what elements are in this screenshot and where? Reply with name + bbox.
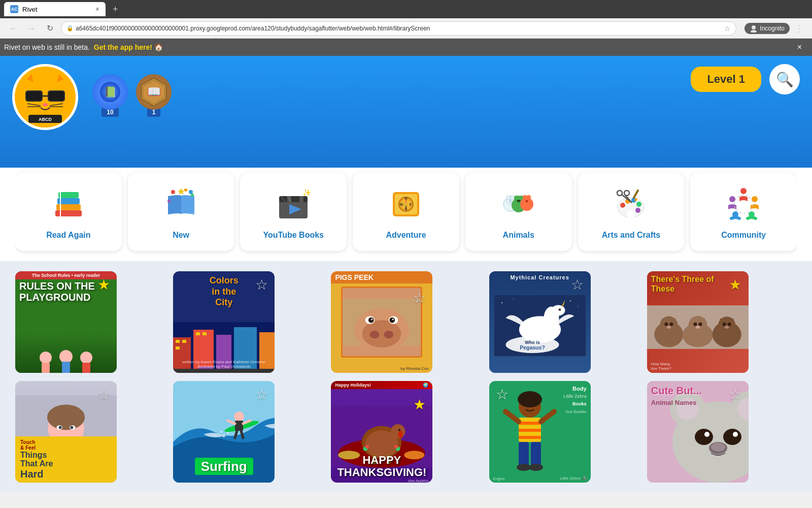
- category-card-community[interactable]: Community: [690, 173, 797, 251]
- book-card-thanksgiving[interactable]: Happy Holidays! 🌍: [331, 381, 432, 483]
- svg-point-224: [704, 432, 709, 437]
- header-top: ABCD 📗 10: [12, 64, 800, 130]
- get-app-link[interactable]: Get the app here! 🏠: [94, 43, 163, 51]
- svg-point-98: [59, 350, 73, 363]
- svg-point-206: [532, 404, 535, 407]
- book-card-three[interactable]: There's Three of These How ManyAre There…: [647, 271, 749, 373]
- svg-point-36: [189, 190, 193, 194]
- book-card-surfing[interactable]: Surfing ☆: [173, 381, 275, 483]
- body-illustration: [499, 391, 560, 472]
- category-card-new[interactable]: New: [128, 173, 234, 251]
- category-label-youtube-books: YouTube Books: [263, 231, 324, 240]
- book-card-colors-city[interactable]: Colorsin theCity: [173, 271, 275, 373]
- svg-point-140: [558, 308, 561, 311]
- star-badge-colors[interactable]: ☆: [252, 275, 270, 294]
- svg-point-33: [184, 188, 187, 192]
- tab-close-icon[interactable]: ×: [95, 5, 99, 13]
- svg-point-129: [390, 318, 395, 323]
- address-bar[interactable]: 🔒 a6465dc401f90000000000000000000001.pro…: [61, 21, 736, 36]
- svg-point-185: [227, 432, 229, 434]
- star-badge-thanksgiving[interactable]: ★: [410, 395, 428, 414]
- book-card-pegasus[interactable]: Mythical Creatures: [489, 271, 591, 373]
- svg-point-158: [696, 326, 700, 329]
- svg-text:✨: ✨: [302, 188, 312, 197]
- category-card-youtube-books[interactable]: ✨ YouTube Books: [240, 173, 347, 251]
- svg-point-60: [506, 196, 511, 200]
- category-card-animals[interactable]: Animals: [465, 173, 572, 251]
- category-icon-arts-and-crafts: [611, 184, 651, 225]
- svg-point-127: [371, 319, 373, 320]
- svg-point-130: [392, 319, 394, 320]
- back-button[interactable]: ←: [6, 21, 20, 36]
- browser-right-controls: Incognito ⋮: [745, 23, 806, 34]
- svg-point-168: [47, 404, 85, 430]
- category-icon-adventure: N S W E: [386, 184, 426, 225]
- avatar-container[interactable]: ABCD: [12, 64, 78, 130]
- svg-point-101: [80, 352, 92, 364]
- category-icon-new: [161, 184, 201, 225]
- book-card-things-hard[interactable]: Touch& Feel ThingsThat AreHard ☆: [15, 381, 117, 483]
- svg-point-138: [551, 305, 565, 316]
- star-badge-surfing[interactable]: ☆: [252, 385, 270, 403]
- svg-point-68: [517, 200, 518, 202]
- browser-nav-bar: ← → ↻ 🔒 a6465dc401f900000000000000000000…: [0, 18, 812, 39]
- svg-point-184: [222, 434, 225, 437]
- category-card-adventure[interactable]: N S W E Adventure: [353, 173, 459, 251]
- star-badge-three[interactable]: ★: [726, 275, 745, 294]
- browser-tab[interactable]: AC Rivet ×: [4, 2, 106, 16]
- level-button[interactable]: Level 1: [691, 67, 761, 92]
- star-badge-playground[interactable]: ★: [94, 275, 113, 294]
- svg-point-191: [391, 424, 405, 439]
- star-badge-pigs[interactable]: ☆: [410, 289, 428, 307]
- book-card-cute-animals[interactable]: Cute But... Animal Names ☆: [647, 381, 749, 483]
- badge-hex[interactable]: 📖 1: [136, 74, 172, 117]
- category-label-read-again: Read Again: [46, 231, 90, 240]
- category-card-arts-and-crafts[interactable]: Arts and Crafts: [578, 173, 685, 251]
- search-button[interactable]: 🔍: [769, 64, 800, 94]
- refresh-button[interactable]: ↻: [43, 21, 57, 36]
- star-badge-things[interactable]: ☆: [94, 385, 113, 403]
- browser-chrome: AC Rivet × +: [0, 0, 812, 18]
- book-card-playground[interactable]: The School Rules • early reader RULES ON…: [15, 271, 117, 373]
- svg-point-80: [636, 202, 641, 207]
- category-card-read-again[interactable]: Read Again: [15, 173, 122, 251]
- book-card-pigs-peek[interactable]: PIGS PEEK: [331, 271, 432, 373]
- tab-title: Rivet: [22, 6, 38, 13]
- svg-rect-113: [176, 346, 180, 350]
- bookmark-icon[interactable]: ☆: [724, 24, 731, 33]
- book-card-body[interactable]: BodyLittle ZebraBooksSue Beattie: [489, 381, 591, 483]
- svg-point-72: [523, 195, 527, 199]
- svg-point-178: [234, 411, 244, 422]
- menu-icon[interactable]: ⋮: [793, 23, 806, 34]
- svg-point-122: [362, 320, 401, 347]
- svg-rect-102: [82, 363, 90, 373]
- forward-button[interactable]: →: [24, 21, 39, 36]
- svg-point-151: [666, 326, 671, 329]
- svg-point-223: [695, 429, 713, 445]
- badge-hex-icon: 📖: [136, 74, 172, 110]
- badge-books[interactable]: 📗 10: [92, 74, 128, 117]
- banner-close-button[interactable]: ×: [797, 43, 808, 52]
- incognito-button[interactable]: Incognito: [745, 23, 790, 34]
- incognito-icon: [750, 24, 758, 33]
- star-badge-cute[interactable]: ☆: [726, 385, 745, 403]
- avatar: ABCD: [15, 67, 76, 128]
- svg-rect-119: [173, 369, 275, 373]
- svg-rect-209: [519, 429, 541, 432]
- svg-rect-111: [176, 340, 180, 343]
- svg-point-82: [617, 190, 622, 196]
- svg-text:Pegasus?: Pegasus?: [520, 344, 545, 351]
- new-tab-button[interactable]: +: [109, 4, 122, 15]
- svg-text:📖: 📖: [147, 85, 161, 99]
- svg-point-204: [518, 391, 542, 407]
- svg-point-215: [517, 464, 531, 471]
- svg-point-88: [740, 188, 747, 194]
- svg-point-76: [627, 210, 635, 218]
- svg-point-192: [398, 431, 403, 438]
- svg-point-150: [669, 323, 673, 326]
- search-icon: 🔍: [776, 71, 794, 88]
- star-badge-body[interactable]: ☆: [493, 385, 512, 403]
- svg-point-172: [71, 426, 74, 429]
- svg-point-123: [370, 331, 379, 338]
- star-badge-pegasus[interactable]: ☆: [568, 275, 587, 294]
